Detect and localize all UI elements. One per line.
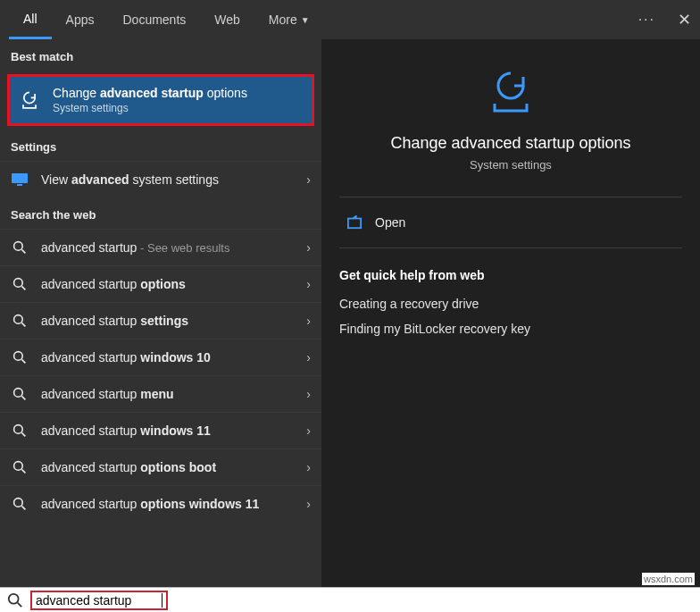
wr-bold: menu	[140, 387, 173, 401]
wr-plain: advanced startup	[41, 387, 140, 401]
svg-point-8	[14, 352, 23, 361]
web-result-row[interactable]: advanced startup options windows 11 ›	[0, 485, 321, 522]
settings-row-pre: View	[41, 172, 71, 187]
wr-plain: advanced startup	[41, 497, 140, 511]
results-list-pane: Best match Change advanced startup optio…	[0, 39, 321, 587]
chevron-right-icon: ›	[306, 277, 311, 291]
svg-line-13	[21, 432, 25, 436]
preview-pane: Change advanced startup options System s…	[321, 39, 700, 587]
svg-line-9	[21, 359, 25, 363]
chevron-right-icon: ›	[306, 460, 311, 474]
chevron-right-icon: ›	[306, 497, 311, 511]
svg-point-14	[14, 462, 23, 471]
search-icon	[11, 348, 29, 366]
svg-rect-0	[12, 173, 28, 183]
settings-row-post: system settings	[129, 172, 219, 187]
bm-title-pre: Change	[53, 86, 100, 100]
help-header: Get quick help from web	[321, 254, 700, 291]
wr-muted: - See web results	[137, 241, 229, 255]
open-action[interactable]: Open	[321, 203, 700, 242]
chevron-right-icon: ›	[306, 423, 311, 438]
chevron-right-icon: ›	[306, 314, 311, 328]
preview-title: Change advanced startup options	[390, 134, 630, 153]
web-result-row[interactable]: advanced startup - See web results ›	[0, 229, 321, 265]
web-result-row[interactable]: advanced startup options boot ›	[0, 449, 321, 485]
recovery-icon	[17, 88, 42, 113]
tab-more-label: More	[269, 13, 297, 27]
chevron-right-icon: ›	[306, 172, 311, 187]
web-result-row[interactable]: advanced startup menu ›	[0, 375, 321, 412]
chevron-down-icon: ▼	[301, 15, 310, 25]
search-icon	[11, 495, 29, 513]
tab-more[interactable]: More ▼	[254, 0, 324, 39]
svg-rect-18	[348, 219, 361, 229]
open-label: Open	[375, 215, 405, 230]
help-link[interactable]: Creating a recovery drive	[321, 291, 700, 316]
web-result-row[interactable]: advanced startup settings ›	[0, 302, 321, 339]
tab-web[interactable]: Web	[200, 0, 254, 39]
svg-line-3	[21, 249, 25, 253]
section-best-match: Best match	[0, 39, 321, 71]
close-icon[interactable]: ✕	[675, 10, 693, 29]
search-input-highlight	[30, 591, 168, 610]
wr-plain: advanced startup	[41, 423, 140, 438]
tab-all[interactable]: All	[9, 0, 52, 39]
web-result-row[interactable]: advanced startup windows 11 ›	[0, 412, 321, 449]
tab-documents[interactable]: Documents	[108, 0, 200, 39]
monitor-icon	[11, 171, 29, 189]
watermark: wsxdn.com	[642, 573, 695, 585]
svg-line-11	[21, 396, 25, 399]
section-search-web: Search the web	[0, 197, 321, 229]
svg-line-5	[21, 286, 25, 289]
chevron-right-icon: ›	[306, 240, 311, 255]
open-icon	[346, 215, 362, 230]
more-options-icon[interactable]: ···	[638, 12, 655, 28]
settings-result-row[interactable]: View advanced system settings ›	[0, 161, 321, 197]
divider	[339, 247, 682, 248]
svg-line-15	[21, 469, 25, 473]
svg-point-6	[14, 315, 23, 324]
wr-bold: settings	[140, 314, 188, 328]
svg-rect-1	[17, 184, 22, 186]
bm-subtitle: System settings	[53, 102, 304, 114]
bm-title-post: options	[204, 86, 247, 100]
preview-subtitle: System settings	[470, 158, 552, 172]
wr-bold: options	[140, 277, 186, 291]
search-icon	[11, 458, 29, 476]
windows-search-panel: All Apps Documents Web More ▼ ··· ✕ Best…	[0, 0, 700, 587]
svg-point-2	[14, 242, 23, 251]
wr-plain: advanced startup	[41, 460, 140, 474]
svg-line-17	[21, 506, 25, 509]
svg-point-4	[14, 279, 23, 288]
svg-point-16	[14, 499, 23, 507]
svg-point-10	[14, 389, 23, 398]
filter-tab-bar: All Apps Documents Web More ▼ ··· ✕	[0, 0, 700, 39]
best-match-text: Change advanced startup options System s…	[53, 86, 304, 114]
svg-point-19	[9, 593, 19, 603]
search-icon	[11, 422, 29, 440]
search-icon	[7, 592, 23, 608]
web-result-row[interactable]: advanced startup windows 10 ›	[0, 339, 321, 375]
search-bar	[0, 587, 700, 612]
wr-bold: windows 11	[140, 423, 211, 438]
wr-bold: windows 10	[140, 350, 211, 365]
tab-apps[interactable]: Apps	[52, 0, 109, 39]
section-settings: Settings	[0, 130, 321, 161]
bm-title-bold: advanced startup	[100, 86, 204, 100]
search-icon	[11, 312, 29, 330]
wr-plain: advanced startup	[41, 277, 140, 291]
search-input[interactable]	[36, 593, 161, 608]
best-match-result[interactable]: Change advanced startup options System s…	[7, 74, 314, 126]
help-link[interactable]: Finding my BitLocker recovery key	[321, 316, 700, 341]
text-cursor	[162, 593, 162, 608]
results-body: Best match Change advanced startup optio…	[0, 39, 700, 587]
svg-line-20	[18, 602, 22, 607]
svg-line-7	[21, 323, 25, 326]
settings-row-bold: advanced	[71, 172, 129, 187]
web-result-row[interactable]: advanced startup options ›	[0, 265, 321, 302]
wr-plain: advanced startup	[41, 350, 140, 365]
recovery-icon	[482, 64, 539, 122]
chevron-right-icon: ›	[306, 350, 311, 365]
wr-plain: advanced startup	[41, 314, 140, 328]
divider	[339, 197, 682, 197]
